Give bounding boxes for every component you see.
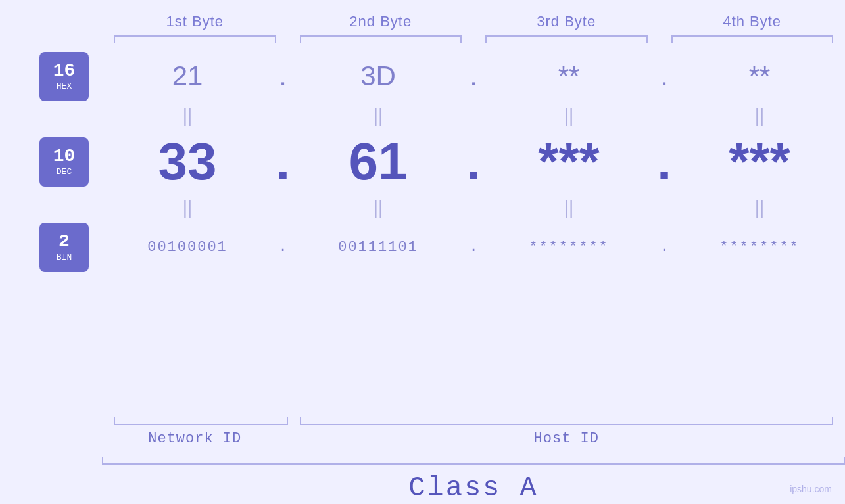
- dec-row: 33 . 61 . *** . ***: [102, 129, 845, 195]
- hex-badge-num: 16: [53, 62, 76, 80]
- bin-badge-num: 2: [59, 233, 70, 251]
- byte-label-3: 3rd Byte: [473, 13, 660, 30]
- dec-dot-1: .: [273, 131, 293, 192]
- hex-badge: 16 HEX: [39, 52, 89, 101]
- bin-dot-1: .: [273, 239, 293, 256]
- bin-badge-wrap: 2 BIN: [26, 221, 102, 273]
- bin-dot-3: .: [654, 239, 674, 256]
- hex-dot-3: .: [654, 60, 674, 92]
- dec-dot-2: .: [464, 131, 483, 192]
- bin-dot-2: .: [464, 239, 483, 256]
- content-area: 16 HEX 10 DEC 2 BIN: [0, 50, 845, 414]
- hex-val-3: **: [483, 60, 654, 92]
- bracket-1: [114, 35, 276, 43]
- hex-badge-wrap: 16 HEX: [26, 50, 102, 103]
- dec-dot-3: .: [654, 131, 674, 192]
- badges-column: 16 HEX 10 DEC 2 BIN: [26, 50, 102, 273]
- equals-row-1: || || || ||: [102, 103, 845, 129]
- bottom-labels: Network ID Host ID: [102, 430, 845, 447]
- dec-eq-spacer: [26, 195, 102, 221]
- eq2-3: ||: [483, 197, 654, 218]
- hex-badge-label: HEX: [57, 81, 72, 91]
- main-container: 1st Byte 2nd Byte 3rd Byte 4th Byte 16 H…: [0, 0, 845, 504]
- hex-eq-spacer: [26, 103, 102, 129]
- byte-label-2: 2nd Byte: [288, 13, 474, 30]
- watermark: ipshu.com: [790, 484, 832, 494]
- eq-3: ||: [483, 105, 654, 126]
- bin-badge-label: BIN: [57, 252, 72, 262]
- hex-dot-1: .: [273, 60, 293, 92]
- eq2-1: ||: [102, 197, 273, 218]
- bracket-4: [671, 35, 834, 43]
- dec-badge-num: 10: [53, 147, 76, 166]
- bin-badge: 2 BIN: [39, 223, 89, 272]
- eq-4: ||: [674, 105, 845, 126]
- bracket-3: [485, 35, 648, 43]
- dec-val-3: ***: [483, 131, 654, 192]
- bracket-2: [300, 35, 462, 43]
- eq2-2: ||: [293, 197, 464, 218]
- class-bracket-line: [102, 457, 845, 465]
- eq-2: ||: [293, 105, 464, 126]
- eq2-4: ||: [674, 197, 845, 218]
- dec-val-1: 33: [102, 131, 273, 192]
- dec-badge: 10 DEC: [39, 137, 89, 187]
- class-label: Class A: [102, 472, 845, 504]
- dec-badge-label: DEC: [57, 167, 72, 177]
- equals-row-2: || || || ||: [102, 195, 845, 221]
- hex-val-2: 3D: [293, 60, 464, 92]
- host-id-label: Host ID: [288, 430, 846, 447]
- dec-val-2: 61: [293, 131, 464, 192]
- values-area: 21 . 3D . ** . ** || || || || 33: [102, 50, 845, 273]
- class-section: Class A: [0, 457, 845, 504]
- bin-val-3: ********: [483, 239, 654, 256]
- bottom-brackets: [102, 417, 845, 425]
- byte-labels-row: 1st Byte 2nd Byte 3rd Byte 4th Byte: [0, 13, 845, 30]
- bottom-section: Network ID Host ID: [0, 417, 845, 447]
- bottom-bracket-network: [114, 417, 288, 425]
- bin-row: 00100001 . 00111101 . ******** . *******…: [102, 221, 845, 273]
- hex-val-4: **: [674, 60, 845, 92]
- dec-badge-wrap: 10 DEC: [26, 129, 102, 195]
- hex-row: 21 . 3D . ** . **: [102, 50, 845, 103]
- byte-label-4: 4th Byte: [660, 13, 846, 30]
- eq-1: ||: [102, 105, 273, 126]
- hex-val-1: 21: [102, 60, 273, 92]
- bin-val-4: ********: [674, 239, 845, 256]
- bin-val-2: 00111101: [293, 239, 464, 256]
- top-bracket-row: [0, 35, 845, 43]
- bottom-bracket-host: [300, 417, 834, 425]
- hex-dot-2: .: [464, 60, 483, 92]
- dec-val-4: ***: [674, 131, 845, 192]
- byte-label-1: 1st Byte: [102, 13, 288, 30]
- network-id-label: Network ID: [102, 430, 288, 447]
- bin-val-1: 00100001: [102, 239, 273, 256]
